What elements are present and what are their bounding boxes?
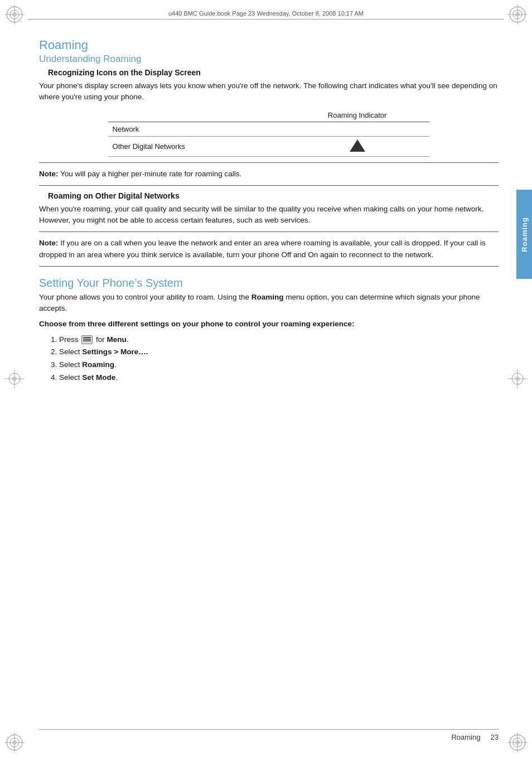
- footer-text: Roaming 23: [451, 733, 499, 741]
- table-cell-network-label: Network: [108, 122, 285, 136]
- triangle-roaming-icon: [350, 139, 365, 152]
- roaming-table: Roaming Indicator Network Other Digital …: [108, 109, 430, 157]
- section2-body1: Your phone allows you to control your ab…: [39, 292, 499, 315]
- step-4-bold: Set Mode: [82, 373, 115, 382]
- heading-roaming-other: Roaming on Other Digital Networks: [48, 191, 499, 200]
- divider-1: [39, 162, 499, 163]
- table-row-other-digital: Other Digital Networks: [108, 136, 430, 156]
- mid-right-mark: [507, 369, 528, 389]
- note-2: Note: If you are on a call when you leav…: [39, 238, 499, 261]
- table-cell-other-label: Other Digital Networks: [108, 136, 285, 156]
- divider-2: [39, 185, 499, 186]
- section2-instruction: Choose from three different settings on …: [39, 319, 499, 330]
- header-text: u440 BMC Guide.book Page 23 Wednesday, O…: [168, 10, 364, 17]
- menu-button-icon: [81, 335, 93, 344]
- step-3: Select Roaming.: [59, 359, 499, 372]
- section1-subtitle: Understanding Roaming: [39, 54, 499, 65]
- corner-mark-tl: [4, 4, 25, 25]
- table-row-network: Network: [108, 122, 430, 136]
- section2-body1-before: Your phone allows you to control your ab…: [39, 293, 252, 301]
- main-content: Roaming Understanding Roaming Recognizin…: [39, 33, 499, 724]
- table-cell-other-icon: [285, 136, 430, 156]
- step-1: Press for Menu.: [59, 334, 499, 346]
- step-4: Select Set Mode.: [59, 372, 499, 384]
- corner-mark-bl: [4, 732, 25, 753]
- note-2-text: If you are on a call when you leave the …: [39, 239, 486, 258]
- section2-title: Setting Your Phone’s System: [39, 277, 499, 290]
- side-tab: Roaming: [516, 190, 532, 279]
- body-text-1: Your phone's display screen always lets …: [39, 80, 499, 103]
- step-1-bold: Menu: [107, 335, 127, 344]
- section1-title: Roaming: [39, 38, 499, 52]
- step-2-bold: Settings > More….: [82, 348, 148, 356]
- heading-recognizing: Recognizing Icons on the Display Screen: [48, 68, 499, 77]
- mid-left-mark: [4, 369, 25, 389]
- table-cell-network-icon: [285, 122, 430, 136]
- footer-section-label: Roaming: [451, 733, 480, 741]
- steps-list: Press for Menu. Select Settings > More….…: [59, 334, 499, 385]
- step-2: Select Settings > More….: [59, 346, 499, 359]
- table-header-indicator: Roaming Indicator: [285, 109, 430, 122]
- side-tab-label: Roaming: [520, 217, 529, 252]
- note-2-bold: Note:: [39, 239, 59, 247]
- section2-body1-bold: Roaming: [252, 293, 284, 301]
- corner-mark-tr: [507, 4, 528, 25]
- note-1-bold: Note:: [39, 170, 59, 178]
- note-1-text: You will pay a higher per-minute rate fo…: [60, 170, 241, 178]
- header-bar: u440 BMC Guide.book Page 23 Wednesday, O…: [28, 10, 504, 20]
- footer-bar: Roaming 23: [39, 729, 499, 741]
- corner-mark-br: [507, 732, 528, 753]
- footer-page-number: 23: [491, 733, 499, 741]
- note-1: Note: You will pay a higher per-minute r…: [39, 168, 499, 180]
- divider-3: [39, 232, 499, 232]
- divider-4: [39, 266, 499, 267]
- body-text-2: When you're roaming, your call quality a…: [39, 204, 499, 226]
- step-3-bold: Roaming: [82, 360, 114, 369]
